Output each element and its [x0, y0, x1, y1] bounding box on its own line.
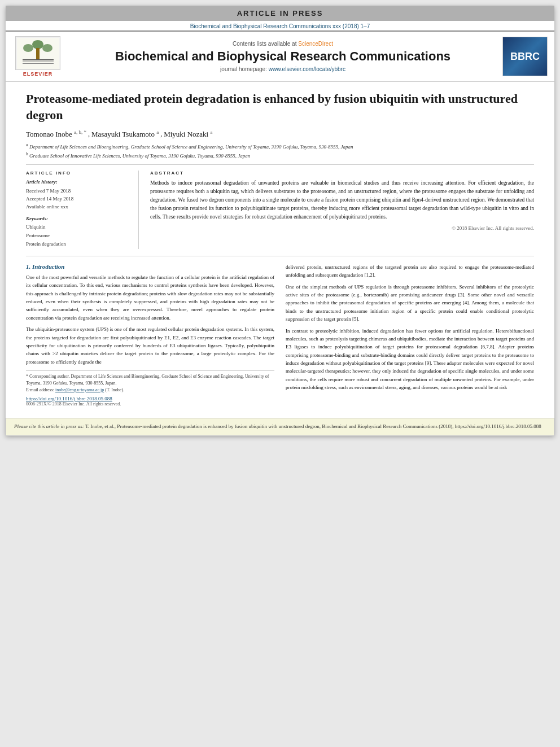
elsevier-logo-block: ELSEVIER — [12, 36, 63, 77]
banner-text: ARTICLE IN PRESS — [237, 9, 323, 18]
article-history: Received 7 May 2018 Accepted 14 May 2018… — [26, 187, 130, 211]
footnote-section: * Corresponding author. Department of Li… — [26, 370, 274, 407]
contents-available-text: Contents lists available at ScienceDirec… — [69, 41, 497, 47]
author-2: Masayuki Tsukamoto a — [91, 130, 159, 138]
page: ARTICLE IN PRESS Biochemical and Biophys… — [6, 6, 554, 436]
author-3: Miyuki Nozaki a — [164, 130, 212, 138]
authors-line: Tomonao Inobe a, b, * , Masayuki Tsukamo… — [26, 129, 534, 138]
abstract-col: ABSTRACT Methods to induce proteasomal d… — [150, 171, 534, 249]
citation-bar: Please cite this article in press as: T.… — [6, 418, 554, 436]
corresponding-author-note: * Corresponding author. Department of Li… — [26, 373, 274, 387]
doi-link[interactable]: https://doi.org/10.1016/j.bbrc.2018.05.0… — [26, 396, 112, 401]
affiliation-b: b Graduate School of Innovative Life Sci… — [26, 151, 534, 160]
body-two-col: 1. Introduction One of the most powerful… — [26, 263, 534, 407]
affiliation-divider — [26, 164, 534, 165]
history-label: Article history: — [26, 179, 130, 185]
svg-point-3 — [42, 44, 53, 52]
elsevier-brand-text: ELSEVIER — [23, 71, 53, 77]
affiliation-a: a Department of Life Sciences and Bioeng… — [26, 142, 534, 151]
elsevier-logo-img — [15, 36, 60, 70]
article-info-heading: ARTICLE INFO — [26, 171, 130, 176]
sciencedirect-link[interactable]: ScienceDirect — [298, 41, 333, 47]
svg-rect-7 — [23, 63, 54, 64]
author-3-sup: a — [210, 129, 212, 134]
doi-line: https://doi.org/10.1016/j.bbrc.2018.05.0… — [26, 396, 274, 401]
journal-main-title: Biochemical and Biophysical Research Com… — [69, 49, 497, 64]
intro-para-2: The ubiquitin-proteasome system (UPS) is… — [26, 325, 274, 366]
abstract-text: Methods to induce proteasomal degradatio… — [150, 179, 534, 222]
svg-rect-6 — [23, 62, 54, 62]
main-content: Proteasome-mediated protein degradation … — [6, 82, 554, 412]
journal-title-block: Contents lists available at ScienceDirec… — [69, 41, 497, 72]
bbrc-logo: BBRC — [502, 37, 548, 76]
svg-rect-5 — [23, 59, 54, 60]
right-para-3: In contrast to proteolytic inhibition, i… — [286, 327, 534, 392]
intro-para-1: One of the most powerful and versatile m… — [26, 273, 274, 322]
svg-point-1 — [32, 40, 43, 49]
keywords-text: Ubiquitin Proteasome Protein degradation — [26, 223, 130, 249]
svg-point-2 — [23, 44, 33, 52]
elsevier-svg — [17, 38, 59, 69]
article-info-col: ARTICLE INFO Article history: Received 7… — [26, 171, 139, 249]
journal-ref-line: Biochemical and Biophysical Research Com… — [6, 21, 554, 30]
journal-homepage: journal homepage: www.elsevier.com/locat… — [69, 66, 497, 72]
abstract-divider — [26, 256, 534, 256]
body-right-col: delivered protein, unstructured regions … — [286, 263, 534, 407]
homepage-link[interactable]: www.elsevier.com/locate/ybbrc — [269, 66, 345, 72]
issn-line: 0006-291X/© 2018 Elsevier Inc. All right… — [26, 401, 274, 407]
citation-text: T. Inobe, et al., Proteasome-mediated pr… — [85, 423, 541, 429]
email-link[interactable]: inobe@eng.u-toyama.ac.jp — [55, 387, 104, 392]
info-abstract-cols: ARTICLE INFO Article history: Received 7… — [26, 171, 534, 249]
author-1: Tomonao Inobe a, b, * — [26, 130, 86, 138]
copyright-text: © 2018 Elsevier Inc. All rights reserved… — [150, 225, 534, 231]
email-footnote: E-mail address: inobe@eng.u-toyama.ac.jp… — [26, 387, 274, 394]
author-2-sup: a — [156, 129, 159, 134]
svg-rect-4 — [36, 48, 40, 59]
abstract-heading: ABSTRACT — [150, 171, 534, 176]
intro-heading: 1. Introduction — [26, 263, 274, 270]
journal-header: ELSEVIER Contents lists available at Sci… — [6, 30, 554, 82]
article-in-press-banner: ARTICLE IN PRESS — [6, 6, 554, 21]
author-1-sup: a, b, * — [74, 129, 86, 134]
right-para-2: One of the simplest methods of UPS regul… — [286, 283, 534, 324]
article-title: Proteasome-mediated protein degradation … — [26, 91, 534, 123]
journal-ref-text: Biochemical and Biophysical Research Com… — [190, 23, 370, 29]
right-para-1: delivered protein, unstructured regions … — [286, 263, 534, 279]
keywords-label: Keywords: — [26, 216, 130, 221]
body-left-col: 1. Introduction One of the most powerful… — [26, 263, 274, 407]
